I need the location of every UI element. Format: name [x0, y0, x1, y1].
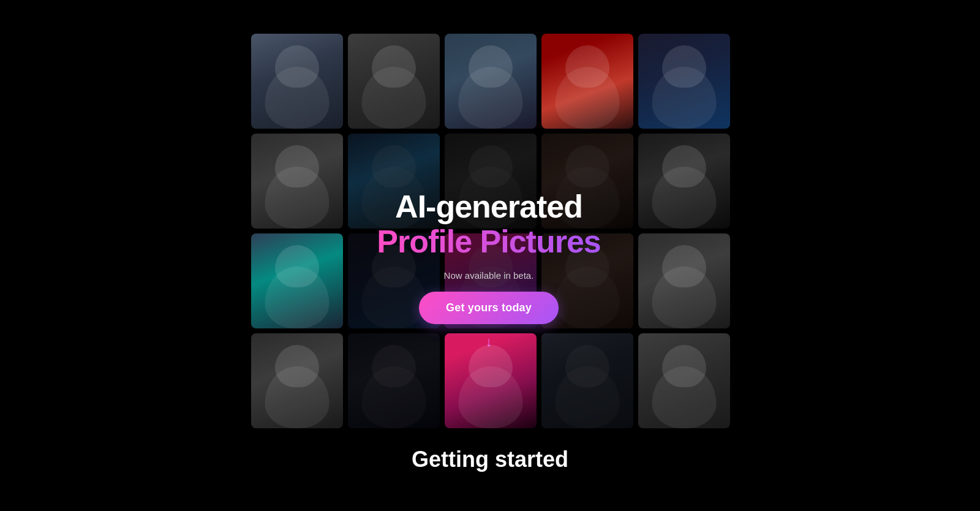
hero-section: AI-generated Profile Pictures Now availa… [251, 0, 729, 428]
grid-cell [638, 134, 730, 229]
portrait-grid [251, 34, 726, 428]
grid-cell [251, 333, 343, 428]
grid-cell [251, 134, 343, 229]
grid-cell [541, 333, 633, 428]
cta-button[interactable]: Get yours today [419, 292, 559, 324]
grid-cell [638, 333, 730, 428]
grid-cell [348, 134, 440, 229]
grid-cell [638, 34, 730, 129]
grid-cell [445, 134, 537, 229]
getting-started-section: Getting started [412, 447, 568, 485]
grid-cell [541, 34, 633, 129]
grid-cell [541, 134, 633, 229]
grid-cell [348, 34, 440, 129]
page-wrapper: AI-generated Profile Pictures Now availa… [0, 0, 980, 485]
grid-cell [348, 333, 440, 428]
grid-cell [251, 233, 343, 328]
grid-cell [251, 34, 343, 129]
grid-cell [445, 333, 537, 428]
grid-cell [445, 34, 537, 129]
getting-started-title: Getting started [412, 447, 568, 472]
grid-cell [638, 233, 730, 328]
